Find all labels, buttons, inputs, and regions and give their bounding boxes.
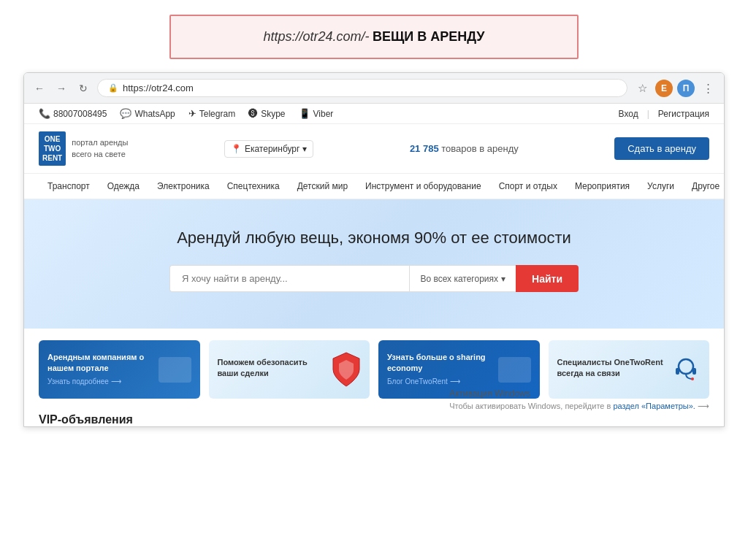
auth-divider: |	[647, 109, 649, 119]
login-link[interactable]: Вход	[619, 109, 638, 119]
profile-button[interactable]: П	[677, 80, 695, 97]
svg-rect-2	[692, 368, 696, 375]
windows-activation-watermark: Активация Windows Чтобы активировать Win…	[449, 387, 709, 413]
nav-item-special[interactable]: Спецтехника	[218, 174, 289, 199]
shield-icon	[332, 351, 361, 388]
whatsapp-link[interactable]: 💬 WhatsApp	[120, 108, 175, 119]
phone-number: 88007008495	[53, 109, 107, 119]
nav-menu: Транспорт Одежда Электроника Спецтехника…	[24, 173, 724, 199]
phone-link[interactable]: 📞 88007008495	[39, 108, 107, 119]
logo-bar: ONE TWO RENT портал аренды всего на свет…	[24, 124, 724, 173]
nav-item-services[interactable]: Услуги	[638, 174, 683, 199]
contact-items: 📞 88007008495 💬 WhatsApp ✈ Telegram 🅢 Sk…	[39, 108, 333, 119]
rent-button[interactable]: Сдать в аренду	[614, 137, 709, 160]
address-text: https://otr24.com	[123, 83, 194, 93]
phone-icon: 📞	[39, 108, 50, 119]
auth-links: Вход | Регистрация	[619, 109, 709, 119]
hero-section: Арендуй любую вещь, экономя 90% от ее ст…	[24, 199, 724, 329]
wa-title: Активация Windows	[449, 387, 709, 400]
search-input[interactable]	[169, 265, 409, 292]
search-bar: Во всех категориях ▾ Найти	[169, 265, 579, 292]
extension-button[interactable]: E	[655, 80, 673, 97]
star-button[interactable]: ☆	[633, 80, 651, 97]
promo-card-1-link[interactable]: Узнать подробнее ⟶	[47, 377, 159, 387]
forward-button[interactable]: →	[53, 80, 69, 96]
wa-description: Чтобы активировать Windows, перейдите в …	[449, 400, 709, 413]
svg-rect-1	[676, 368, 679, 375]
category-label: Во всех категориях	[420, 274, 498, 284]
whatsapp-label: WhatsApp	[134, 109, 175, 119]
announcement-text: ВЕЩИ В АРЕНДУ	[373, 29, 485, 44]
menu-button[interactable]: ⋮	[699, 80, 717, 97]
promo-card-security[interactable]: Поможем обезопасить ваши сделки	[209, 340, 370, 399]
nav-item-clothes[interactable]: Одежда	[99, 174, 148, 199]
promo-card-2-text: Поможем обезопасить ваши сделки	[218, 357, 325, 383]
reload-button[interactable]: ↻	[75, 80, 91, 96]
nav-item-kids[interactable]: Детский мир	[289, 174, 356, 199]
promo-card-rental-companies[interactable]: Арендным компаниям о нашем портале Узнат…	[39, 340, 200, 399]
telegram-icon: ✈	[188, 108, 196, 119]
promo-card-3-title: Узнать больше о sharing economy	[387, 352, 498, 375]
svg-point-3	[691, 377, 694, 380]
viber-label: Viber	[313, 109, 334, 119]
logo-tagline: портал аренды всего на свете	[72, 137, 128, 160]
browser-toolbar: ← → ↻ 🔒 https://otr24.com ☆ E П ⋮	[24, 73, 724, 104]
telegram-link[interactable]: ✈ Telegram	[188, 108, 235, 119]
address-bar[interactable]: 🔒 https://otr24.com	[97, 79, 627, 97]
category-dropdown[interactable]: Во всех категориях ▾	[409, 265, 516, 292]
count-label: товаров в аренду	[441, 143, 518, 154]
hero-title: Арендуй любую вещь, экономя 90% от ее ст…	[39, 229, 709, 248]
skype-icon: 🅢	[248, 108, 258, 119]
city-name: Екатеринбург	[245, 144, 300, 154]
skype-label: Skype	[261, 109, 285, 119]
logo-box[interactable]: ONE TWO RENT портал аренды всего на свет…	[39, 131, 128, 166]
title-announcement-box: https://otr24.com/- ВЕЩИ В АРЕНДУ	[169, 15, 579, 59]
dropdown-arrow-icon: ▾	[501, 274, 505, 284]
promo-card-1-title: Арендным компаниям о нашем портале	[47, 352, 159, 375]
whatsapp-icon: 💬	[120, 108, 131, 119]
headset-icon	[671, 355, 701, 384]
viber-link[interactable]: 📱 Viber	[299, 108, 334, 119]
nav-item-tools[interactable]: Инструмент и оборудование	[356, 174, 490, 199]
nav-item-transport[interactable]: Транспорт	[39, 174, 99, 199]
search-button[interactable]: Найти	[516, 265, 579, 292]
promo-card-2-title: Поможем обезопасить ваши сделки	[218, 357, 325, 380]
location-pin-icon: 📍	[231, 144, 242, 154]
website-content: 📞 88007008495 💬 WhatsApp ✈ Telegram 🅢 Sk…	[24, 104, 724, 426]
promo-card-3-image	[498, 357, 531, 383]
items-count: 21 785 товаров в аренду	[410, 143, 519, 154]
telegram-label: Telegram	[199, 109, 235, 119]
back-button[interactable]: ←	[31, 80, 47, 96]
promo-card-1-image	[159, 357, 191, 383]
svg-point-0	[679, 359, 693, 374]
chevron-down-icon: ▾	[302, 144, 307, 154]
vip-title: VIP-объявления	[39, 413, 709, 426]
contact-bar: 📞 88007008495 💬 WhatsApp ✈ Telegram 🅢 Sk…	[24, 104, 724, 124]
promo-card-3-text: Узнать больше о sharing economy Блог One…	[387, 352, 498, 388]
promo-card-4-text: Специалисты OneTwoRent всегда на связи	[557, 357, 665, 383]
promo-card-1-text: Арендным компаниям о нашем портале Узнат…	[47, 352, 159, 388]
skype-link[interactable]: 🅢 Skype	[248, 108, 285, 119]
nav-item-electronics[interactable]: Электроника	[148, 174, 218, 199]
announcement-url: https://otr24.com/-	[263, 29, 369, 44]
promo-card-4-title: Специалисты OneTwoRent всегда на связи	[557, 357, 665, 380]
logo-badge: ONE TWO RENT	[39, 131, 66, 166]
register-link[interactable]: Регистрация	[658, 109, 709, 119]
browser-window: ← → ↻ 🔒 https://otr24.com ☆ E П ⋮ 📞 8800…	[23, 72, 725, 427]
promo-card-3-link[interactable]: Блог OneTwoRent ⟶	[387, 377, 498, 387]
lock-icon: 🔒	[108, 83, 118, 93]
location-selector[interactable]: 📍 Екатеринбург ▾	[224, 140, 314, 158]
nav-item-other[interactable]: Другое	[683, 174, 725, 199]
viber-icon: 📱	[299, 108, 310, 119]
wa-settings-link[interactable]: раздел «Параметры».	[613, 402, 695, 410]
nav-item-events[interactable]: Мероприятия	[566, 174, 638, 199]
browser-action-buttons: ☆ E П ⋮	[633, 80, 717, 97]
nav-item-sport[interactable]: Спорт и отдых	[490, 174, 566, 199]
count-number: 21 785	[410, 143, 439, 154]
